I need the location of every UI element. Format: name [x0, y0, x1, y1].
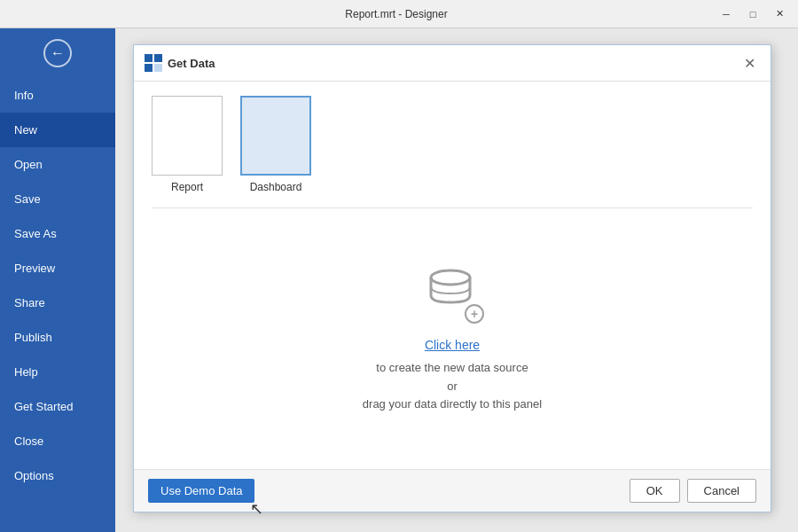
svg-point-4 — [431, 270, 470, 285]
sidebar-label-save: Save — [14, 192, 41, 206]
dialog-overlay: Get Data ✕ Report Dashboard — [115, 28, 798, 532]
sidebar-label-share: Share — [14, 296, 45, 309]
footer-right-buttons: OK Cancel — [630, 479, 756, 503]
sidebar-item-publish[interactable]: Publish — [0, 320, 115, 355]
dialog-title-bar: Get Data ✕ — [134, 45, 771, 82]
back-circle: ← — [43, 39, 72, 67]
sidebar-label-close: Close — [14, 434, 43, 448]
window-controls: ─ □ ✕ — [715, 5, 791, 23]
sidebar-item-open[interactable]: Open — [0, 147, 115, 182]
sidebar-item-get-started[interactable]: Get Started — [0, 389, 115, 424]
sidebar-item-new[interactable]: New — [0, 113, 115, 147]
report-label: Report — [171, 181, 203, 193]
database-icon-container: + — [424, 267, 481, 324]
dashboard-label: Dashboard — [250, 181, 302, 193]
window-close-button[interactable]: ✕ — [768, 5, 791, 23]
svg-rect-2 — [145, 64, 153, 72]
sidebar-label-save-as: Save As — [14, 227, 57, 240]
svg-rect-0 — [145, 54, 153, 62]
datasource-description: to create the new data source or drag yo… — [363, 359, 542, 414]
sidebar-label-publish: Publish — [14, 331, 52, 344]
report-thumbnail — [152, 96, 223, 176]
back-arrow-icon: ← — [51, 45, 65, 61]
dialog-close-button[interactable]: ✕ — [739, 52, 760, 74]
dialog-title-text: Get Data — [168, 57, 215, 70]
sidebar-label-open: Open — [14, 158, 43, 171]
content-area: Get Data ✕ Report Dashboard — [115, 28, 798, 532]
click-here-link[interactable]: Click here — [425, 338, 480, 352]
window-title: Report.mrt - Designer — [78, 8, 715, 20]
get-data-dialog: Get Data ✕ Report Dashboard — [133, 44, 771, 512]
cancel-button[interactable]: Cancel — [687, 479, 756, 503]
sidebar-item-info[interactable]: Info — [0, 78, 115, 113]
sidebar-label-preview: Preview — [14, 262, 55, 275]
app-body: ← Info New Open Save Save As Preview Sha… — [0, 28, 798, 532]
sidebar: ← Info New Open Save Save As Preview Sha… — [0, 28, 115, 532]
sidebar-item-share[interactable]: Share — [0, 286, 115, 320]
sidebar-item-preview[interactable]: Preview — [0, 251, 115, 286]
svg-rect-1 — [154, 54, 162, 62]
sidebar-label-help: Help — [14, 365, 38, 379]
datasource-line1: to create the new data source — [376, 361, 528, 374]
sidebar-item-help[interactable]: Help — [0, 355, 115, 389]
ok-button[interactable]: OK — [630, 479, 680, 503]
stimulsoft-logo-icon — [145, 54, 162, 72]
sidebar-label-new: New — [14, 123, 37, 137]
plus-badge: + — [465, 304, 484, 324]
sidebar-item-options[interactable]: Options — [0, 458, 115, 493]
minimize-button[interactable]: ─ — [715, 5, 738, 23]
sidebar-item-save[interactable]: Save — [0, 182, 115, 216]
sidebar-item-save-as[interactable]: Save As — [0, 216, 115, 251]
svg-rect-3 — [154, 64, 162, 72]
template-item-dashboard[interactable]: Dashboard — [240, 96, 311, 193]
title-bar: Report.mrt - Designer ─ □ ✕ — [0, 0, 798, 28]
back-button[interactable]: ← — [0, 28, 115, 78]
dialog-title-left: Get Data — [145, 54, 215, 72]
dashboard-thumbnail — [240, 96, 311, 176]
sidebar-item-close[interactable]: Close — [0, 424, 115, 458]
template-item-report[interactable]: Report — [152, 96, 223, 193]
sidebar-label-options: Options — [14, 469, 54, 482]
datasource-line2: or — [447, 379, 458, 393]
datasource-area: + Click here to create the new data sour… — [152, 226, 753, 455]
sidebar-label-get-started: Get Started — [14, 400, 73, 413]
dialog-footer: Use Demo Data ↖ OK Cancel — [134, 469, 771, 512]
sidebar-label-info: Info — [14, 89, 34, 102]
datasource-line3: drag your data directly to this panel — [363, 397, 542, 411]
use-demo-data-button[interactable]: Use Demo Data — [148, 479, 254, 503]
maximize-button[interactable]: □ — [741, 5, 764, 23]
template-row: Report Dashboard — [152, 96, 753, 208]
dialog-content: Report Dashboard — [134, 82, 771, 469]
